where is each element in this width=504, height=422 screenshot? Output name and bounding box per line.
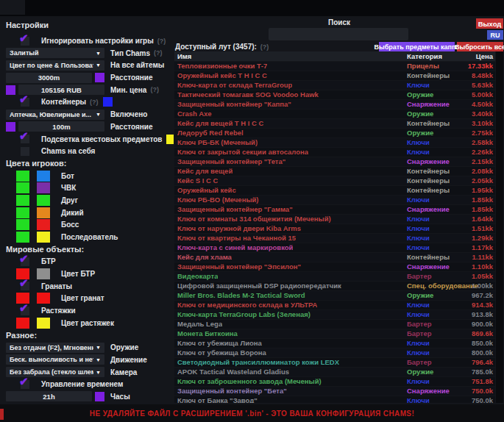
search-input[interactable]: [269, 28, 408, 40]
loot-row[interactable]: Ключ-карта TerraGroup Labs (Зеленая)Ключ…: [174, 310, 495, 319]
loot-row[interactable]: Ключ от убежища ВоронаКлючи800.0k: [174, 348, 495, 357]
color-swatch[interactable]: [37, 268, 50, 279]
loot-row[interactable]: Miller Bros. Blades M-2 Tactical SwordОр…: [174, 291, 495, 300]
loot-row[interactable]: Ключ от квартиры на Чеканной 15Ключи1.29…: [174, 234, 495, 243]
loot-row[interactable]: Ключ от комнаты 314 общежития (Меченый)К…: [174, 215, 495, 223]
loot-row[interactable]: Ключ от закрытой секции автосалонаКлючи2…: [174, 148, 495, 157]
color-swatch[interactable]: [37, 293, 50, 304]
color-swatch[interactable]: [6, 122, 15, 132]
loot-category-cell: Ключи: [407, 234, 430, 243]
color-setting-row: Босс: [6, 220, 174, 229]
loot-row[interactable]: Crash AxeОружие3.40kk: [174, 110, 495, 118]
settings-value-input[interactable]: 100m: [18, 121, 104, 132]
settings-checkbox[interactable]: ✔: [21, 307, 29, 315]
loot-row[interactable]: Ключ от убежища ЛионаКлючи850.0k: [174, 339, 495, 348]
loot-scrollbar[interactable]: [496, 51, 503, 403]
loot-row[interactable]: Кейс S I C CКонтейнеры2.05kk: [174, 176, 495, 185]
column-header-name[interactable]: Имя: [177, 51, 191, 61]
loot-row[interactable]: Тактический томагавк SOG Voodoo HawkОруж…: [174, 90, 495, 99]
settings-checkbox[interactable]: ✔: [21, 135, 29, 143]
loot-row[interactable]: Ключ РБ-ВО (Меченый)Ключи1.85kk: [174, 196, 495, 204]
color-swatch[interactable]: [166, 135, 174, 144]
loot-row[interactable]: Светодиодный трансиллюминатор кожи LEDXБ…: [174, 358, 495, 367]
loot-price-cell: 800.0k: [472, 348, 493, 357]
loot-name-cell: Видеокарта: [177, 272, 218, 281]
settings-checkbox-label: Chams на себя: [41, 147, 95, 155]
loot-row[interactable]: Монета БиткоинаБартер869.6k: [174, 329, 495, 338]
settings-value-input[interactable]: 3000m: [6, 73, 92, 83]
loot-price-cell: 967.2k: [472, 291, 493, 300]
color-swatch[interactable]: [16, 207, 29, 218]
color-swatch[interactable]: [37, 232, 50, 243]
color-swatch[interactable]: [95, 73, 104, 82]
loot-row[interactable]: Ключ от Банка "Завод"Ключи750.0k: [174, 396, 495, 403]
settings-checkbox[interactable]: ✔: [21, 98, 29, 107]
loot-row[interactable]: Защищенный контейнер "Каппа"Снаряжение4.…: [174, 100, 495, 109]
column-header-price[interactable]: Цена: [476, 51, 493, 61]
loot-price-cell: 2.58kk: [472, 138, 493, 147]
loot-row[interactable]: Оружейный кейсКонтейнеры1.95kk: [174, 186, 495, 195]
loot-price-cell: 5.00kk: [472, 90, 493, 99]
loot-row[interactable]: Медаль LegaБартер900.0k: [174, 320, 495, 329]
loot-price-cell: 1.64kk: [472, 215, 493, 223]
color-swatch[interactable]: [16, 232, 29, 243]
settings-checkbox[interactable]: [21, 147, 29, 156]
drop-all-button[interactable]: Выбросить все: [457, 42, 503, 51]
color-swatch[interactable]: [37, 207, 50, 218]
color-swatch[interactable]: [16, 318, 29, 329]
loot-row[interactable]: Защищенный контейнер "Гамма"Снаряжение1.…: [174, 205, 495, 214]
input-value: 21h: [43, 393, 54, 401]
settings-value-input[interactable]: 105156 RUB: [18, 85, 104, 95]
loot-row[interactable]: Кейс для вещейКонтейнеры2.08kk: [174, 167, 495, 176]
settings-dropdown[interactable]: Залитый▼: [6, 48, 104, 58]
color-setting-row: Цвет растяжек: [6, 318, 174, 328]
color-swatch[interactable]: [95, 392, 104, 401]
loot-row[interactable]: Цифровой защищенный DSP радиопередатчикС…: [174, 282, 495, 290]
loot-row[interactable]: ВидеокартаБартер1.05kk: [174, 272, 495, 281]
loot-row[interactable]: Ключ от заброшенного завода (Меченый)Клю…: [174, 377, 495, 386]
settings-dropdown[interactable]: Без отдачи (F2), Мгновенное п▼: [6, 343, 104, 353]
loot-category-cell: Ключи: [407, 377, 430, 386]
loot-row[interactable]: Ключ-карта от склада TerraGroupКлючи5.63…: [174, 81, 495, 90]
settings-dropdown[interactable]: Цвет по цене & Пользователь▼: [6, 60, 104, 71]
loot-price-cell: 850.0k: [472, 339, 493, 348]
color-swatch[interactable]: [37, 318, 50, 329]
color-swatch[interactable]: [37, 219, 50, 230]
settings-checkbox[interactable]: ✔: [21, 37, 29, 46]
settings-checkbox[interactable]: ✔: [21, 257, 29, 266]
loot-row[interactable]: APOK Tactical Wasteland GladiusОружие785…: [174, 368, 495, 376]
color-swatch[interactable]: [37, 182, 50, 193]
settings-dropdown[interactable]: Аптечка, Ювелирные и...▼: [6, 110, 104, 120]
color-swatch[interactable]: [16, 219, 29, 230]
language-button[interactable]: RU: [487, 30, 503, 40]
loot-row[interactable]: Защищенный контейнер "Эпсилон"Снаряжение…: [174, 262, 495, 271]
loot-row[interactable]: Защищенный контейнер "Бета"Снаряжение750…: [174, 387, 495, 396]
color-swatch[interactable]: [16, 195, 29, 206]
settings-dropdown-label: Камера: [110, 368, 137, 376]
loot-row[interactable]: Ключ от медицинского склада в УЛЬТРАКлюч…: [174, 301, 495, 310]
loot-row[interactable]: Ледоруб Red RebelОружие2.75kk: [174, 129, 495, 137]
color-swatch[interactable]: [6, 85, 15, 95]
settings-value-input[interactable]: 21h: [6, 391, 92, 401]
color-swatch[interactable]: [16, 182, 29, 193]
loot-row[interactable]: Ключ-карта с синей маркировкойКлючи1.17k…: [174, 243, 495, 252]
loot-row[interactable]: Тепловизионные очки Т-7Прицелы17.33kk: [174, 62, 495, 71]
loot-row[interactable]: Защищенный контейнер "Тета"Снаряжение2.1…: [174, 157, 495, 166]
loot-row[interactable]: Кейс для вещей T H I C CКонтейнеры3.10kk: [174, 119, 495, 128]
loot-row[interactable]: Ключ от наружной двери Kiba ArmsКлючи1.5…: [174, 224, 495, 233]
select-kappa-items-button[interactable]: Выбрать предметы каппа: [379, 42, 455, 51]
loot-row[interactable]: Кейс для хламаКонтейнеры1.11kk: [174, 253, 495, 262]
exit-button[interactable]: Выход: [476, 18, 503, 29]
color-swatch[interactable]: [37, 195, 50, 206]
column-header-category[interactable]: Категория: [407, 51, 442, 61]
settings-checkbox[interactable]: ✔: [21, 380, 29, 389]
color-swatch[interactable]: [16, 171, 29, 182]
settings-checkbox[interactable]: ✔: [21, 282, 29, 290]
loot-category-cell: Бартер: [407, 320, 432, 329]
color-swatch[interactable]: [103, 97, 113, 107]
loot-name-cell: Crash Axe: [177, 110, 212, 118]
loot-row[interactable]: Оружейный кейс T H I C CКонтейнеры8.48kk: [174, 71, 495, 80]
settings-dropdown[interactable]: Беск. выносливость и нет уста▼: [6, 354, 104, 365]
loot-row[interactable]: Ключ РБ-БК (Меченый)Ключи2.58kk: [174, 138, 495, 147]
color-swatch[interactable]: [37, 171, 50, 182]
